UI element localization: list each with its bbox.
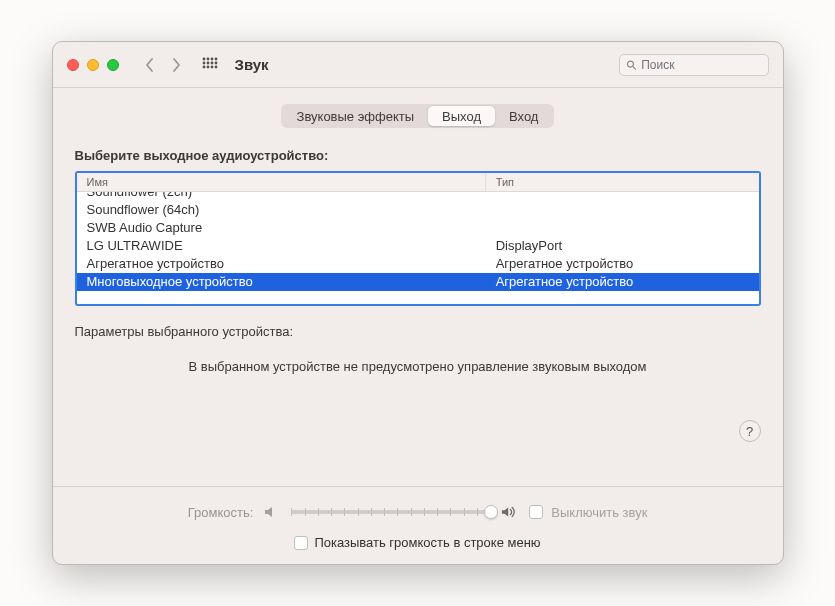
device-type — [486, 219, 759, 237]
slider-knob[interactable] — [484, 505, 498, 519]
device-params-label: Параметры выбранного устройства: — [75, 324, 761, 339]
tab-2[interactable]: Вход — [495, 106, 552, 126]
svg-point-1 — [206, 57, 209, 60]
search-wrap — [619, 54, 769, 76]
device-type: Агрегатное устройство — [486, 273, 759, 291]
volume-slider[interactable] — [291, 510, 491, 514]
speaker-high-icon — [501, 503, 519, 521]
svg-point-8 — [202, 65, 205, 68]
help-button[interactable]: ? — [739, 420, 761, 442]
svg-point-0 — [202, 57, 205, 60]
tab-1[interactable]: Выход — [428, 106, 495, 126]
segmented-control: Звуковые эффектыВыходВход — [281, 104, 555, 128]
chevron-left-icon — [145, 58, 155, 72]
svg-point-7 — [214, 61, 217, 64]
table-row[interactable]: Soundflower (64ch) — [77, 201, 759, 219]
device-name: Soundflower (64ch) — [77, 201, 486, 219]
table-row[interactable]: Многовыходное устройствоАгрегатное устро… — [77, 273, 759, 291]
window-controls — [67, 59, 119, 71]
device-name: SWB Audio Capture — [77, 219, 486, 237]
svg-point-6 — [210, 61, 213, 64]
titlebar: Звук — [53, 42, 783, 88]
checkbox-box — [529, 505, 543, 519]
svg-point-9 — [206, 65, 209, 68]
nav-buttons — [141, 53, 185, 77]
zoom-window-button[interactable] — [107, 59, 119, 71]
show-all-button[interactable] — [199, 54, 221, 76]
minimize-window-button[interactable] — [87, 59, 99, 71]
mute-checkbox[interactable]: Выключить звук — [529, 505, 647, 520]
menu-row: Показывать громкость в строке меню — [75, 535, 761, 550]
help-icon: ? — [746, 424, 753, 439]
slider-ticks — [291, 510, 491, 514]
search-icon — [626, 59, 637, 71]
mute-label: Выключить звук — [551, 505, 647, 520]
device-type — [486, 201, 759, 219]
grid-icon — [202, 57, 218, 73]
show-in-menu-label: Показывать громкость в строке меню — [314, 535, 540, 550]
forward-button[interactable] — [167, 53, 185, 77]
choose-device-label: Выберите выходное аудиоустройство: — [75, 148, 761, 163]
table-row[interactable]: Soundflower (2ch) — [77, 192, 759, 201]
device-name: Агрегатное устройство — [77, 255, 486, 273]
svg-point-4 — [202, 61, 205, 64]
device-type: Агрегатное устройство — [486, 255, 759, 273]
svg-point-11 — [214, 65, 217, 68]
footer: Громкость: Выключить звук Показывать — [53, 486, 783, 564]
device-table-body: Soundflower (2ch)Soundflower (64ch)SWB A… — [77, 192, 759, 304]
column-header-type[interactable]: Тип — [486, 173, 759, 191]
svg-point-2 — [210, 57, 213, 60]
device-name: Soundflower (2ch) — [77, 192, 486, 201]
tabs: Звуковые эффектыВыходВход — [75, 104, 761, 128]
back-button[interactable] — [141, 53, 159, 77]
table-row[interactable]: LG ULTRAWIDEDisplayPort — [77, 237, 759, 255]
tab-0[interactable]: Звуковые эффекты — [283, 106, 429, 126]
search-input[interactable] — [641, 58, 761, 72]
page-title: Звук — [235, 56, 269, 73]
svg-point-5 — [206, 61, 209, 64]
close-window-button[interactable] — [67, 59, 79, 71]
volume-label: Громкость: — [188, 505, 254, 520]
no-controls-message: В выбранном устройстве не предусмотрено … — [75, 359, 761, 374]
device-table[interactable]: Имя Тип Soundflower (2ch)Soundflower (64… — [75, 171, 761, 306]
device-name: Многовыходное устройство — [77, 273, 486, 291]
speaker-low-icon — [263, 503, 281, 521]
chevron-right-icon — [171, 58, 181, 72]
volume-row: Громкость: Выключить звук — [75, 503, 761, 521]
svg-point-10 — [210, 65, 213, 68]
search-field[interactable] — [619, 54, 769, 76]
column-header-name[interactable]: Имя — [77, 173, 486, 191]
svg-line-13 — [632, 66, 635, 69]
system-preferences-window: Звук Звуковые эффектыВыходВход Выберите … — [52, 41, 784, 565]
device-table-header: Имя Тип — [77, 173, 759, 192]
device-type: DisplayPort — [486, 237, 759, 255]
table-row[interactable]: Агрегатное устройствоАгрегатное устройст… — [77, 255, 759, 273]
device-name: LG ULTRAWIDE — [77, 237, 486, 255]
table-row[interactable]: SWB Audio Capture — [77, 219, 759, 237]
svg-point-3 — [214, 57, 217, 60]
device-type — [486, 192, 759, 201]
content-area: Звуковые эффектыВыходВход Выберите выход… — [53, 88, 783, 486]
checkbox-box — [294, 536, 308, 550]
show-in-menu-checkbox[interactable]: Показывать громкость в строке меню — [294, 535, 540, 550]
